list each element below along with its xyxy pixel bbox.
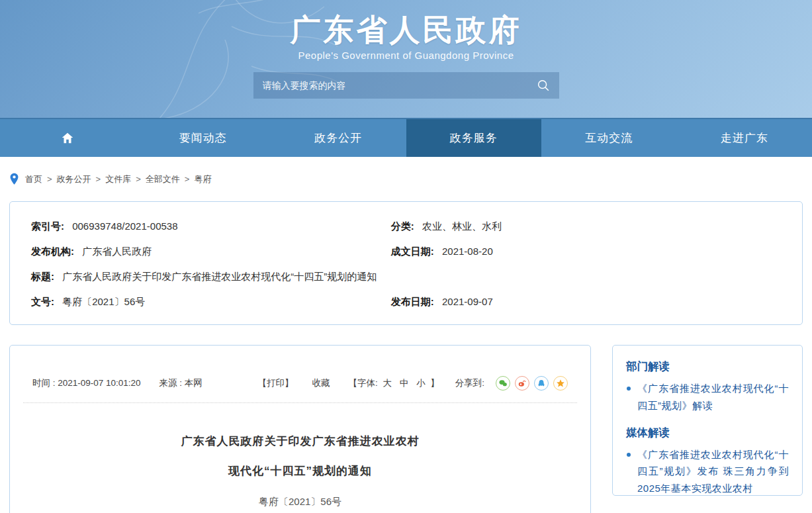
article-card: 时间 : 2021-09-07 10:01:20 来源 : 本网 【打印】 收藏… [9, 345, 591, 513]
search-input[interactable] [253, 72, 527, 99]
article-title-line-1: 广东省人民政府关于印发广东省推进农业农村 [10, 434, 590, 449]
share-group: 分享到: [455, 376, 568, 391]
search-bar [253, 72, 559, 99]
sidebar-section-media: 媒体解读 《广东省推进农业农村现代化“十四五”规划》发布 珠三角力争到2025年… [626, 426, 789, 496]
weibo-share-icon[interactable] [515, 376, 529, 391]
nav-item-label: 要闻动态 [179, 130, 227, 146]
meta-publish-date: 发布日期: 2021-09-07 [391, 296, 781, 308]
meta-value: 广东省人民政府 [82, 246, 152, 257]
font-size-control: 【字体: 大 中 小 】 [348, 377, 439, 389]
meta-row: 索引号: 006939748/2021-00538 分类: 农业、林业、水利 [31, 220, 781, 233]
interpretation-sidebar: 部门解读 《广东省推进农业农村现代化“十四五”规划》解读 媒体解读 《广东省推进… [612, 345, 803, 496]
main-nav: 要闻动态 政务公开 政务服务 互动交流 走进广东 [0, 118, 812, 157]
breadcrumb-item-disclosure[interactable]: 政务公开 [57, 173, 91, 185]
qq-share-icon[interactable] [534, 376, 549, 391]
breadcrumb-item-all-files[interactable]: 全部文件 [146, 173, 180, 185]
article-doc-number: 粤府〔2021〕56号 [10, 496, 590, 508]
breadcrumb-separator: > [136, 174, 141, 184]
meta-title: 标题: 广东省人民政府关于印发广东省推进农业农村现代化“十四五”规划的通知 [31, 271, 781, 283]
favorite-button[interactable]: 收藏 [312, 377, 330, 389]
nav-item-home[interactable] [0, 119, 136, 157]
nav-item-gov-disclosure[interactable]: 政务公开 [271, 119, 406, 157]
meta-value: 粤府〔2021〕56号 [62, 296, 145, 307]
print-button[interactable]: 【打印】 [257, 377, 293, 389]
meta-value: 2021-09-07 [442, 296, 493, 307]
search-button[interactable] [527, 72, 559, 99]
article-source: 来源 : 本网 [159, 377, 203, 389]
font-size-large-button[interactable]: 大 [383, 378, 392, 388]
nav-item-news[interactable]: 要闻动态 [136, 119, 271, 157]
sidebar-list: 《广东省推进农业农村现代化“十四五”规划》解读 [626, 380, 789, 414]
meta-value: 006939748/2021-00538 [72, 220, 177, 232]
article-time: 时间 : 2021-09-07 10:01:20 [32, 377, 141, 389]
sidebar-link-department-interpretation[interactable]: 《广东省推进农业农村现代化“十四五”规划》解读 [626, 380, 789, 414]
meta-row: 标题: 广东省人民政府关于印发广东省推进农业农村现代化“十四五”规划的通知 [31, 271, 781, 283]
breadcrumb-separator: > [185, 174, 190, 184]
meta-label: 索引号: [31, 220, 64, 232]
share-label: 分享到: [455, 377, 484, 389]
meta-row: 文号: 粤府〔2021〕56号 发布日期: 2021-09-07 [31, 296, 781, 308]
sidebar-section-title: 部门解读 [626, 359, 789, 374]
meta-issuing-agency: 发布机构: 广东省人民政府 [31, 246, 391, 258]
meta-label: 发布日期: [391, 296, 434, 307]
sidebar-section-title: 媒体解读 [626, 426, 789, 440]
breadcrumb-item-home[interactable]: 首页 [25, 173, 42, 185]
document-meta-card: 索引号: 006939748/2021-00538 分类: 农业、林业、水利 发… [9, 201, 803, 325]
nav-item-gov-services[interactable]: 政务服务 [406, 119, 542, 157]
meta-written-date: 成文日期: 2021-08-20 [391, 246, 781, 258]
divider [23, 402, 577, 403]
site-title: 广东省人民政府 [0, 13, 812, 47]
site-header: 广东省人民政府 People's Government of Guangdong… [0, 0, 812, 118]
breadcrumb: 首页 > 政务公开 > 文件库 > 全部文件 > 粤府 [0, 157, 812, 199]
meta-value: 广东省人民政府关于印发广东省推进农业农村现代化“十四五”规划的通知 [62, 271, 377, 282]
breadcrumb-item-file-library[interactable]: 文件库 [105, 173, 131, 185]
article-info-row: 时间 : 2021-09-07 10:01:20 来源 : 本网 【打印】 收藏… [32, 376, 568, 391]
meta-label: 发布机构: [31, 246, 74, 257]
meta-label: 分类: [391, 220, 414, 232]
meta-category: 分类: 农业、林业、水利 [391, 220, 781, 233]
font-size-medium-button[interactable]: 中 [400, 378, 409, 388]
content-row: 时间 : 2021-09-07 10:01:20 来源 : 本网 【打印】 收藏… [9, 345, 803, 513]
site-subtitle: People's Government of Guangdong Provinc… [0, 50, 812, 61]
sidebar-list: 《广东省推进农业农村现代化“十四五”规划》发布 珠三角力争到2025年基本实现农… [626, 446, 789, 496]
font-size-prefix: 【字体: [348, 378, 377, 388]
home-icon [60, 131, 75, 146]
meta-value: 2021-08-20 [442, 246, 493, 257]
meta-label: 标题: [31, 271, 54, 282]
meta-value: 农业、林业、水利 [422, 220, 502, 232]
sidebar-link-media-interpretation[interactable]: 《广东省推进农业农村现代化“十四五”规划》发布 珠三角力争到2025年基本实现农… [626, 446, 789, 496]
sidebar-section-department: 部门解读 《广东省推进农业农村现代化“十四五”规划》解读 [626, 359, 789, 414]
meta-index-number: 索引号: 006939748/2021-00538 [31, 220, 391, 233]
wechat-share-icon[interactable] [496, 376, 510, 391]
site-brand: 广东省人民政府 People's Government of Guangdong… [0, 0, 812, 61]
nav-item-label: 互动交流 [585, 130, 633, 146]
meta-label: 成文日期: [391, 246, 434, 257]
nav-item-about-guangdong[interactable]: 走进广东 [677, 119, 812, 157]
search-icon [536, 78, 551, 93]
meta-row: 发布机构: 广东省人民政府 成文日期: 2021-08-20 [31, 246, 781, 258]
nav-item-interaction[interactable]: 互动交流 [541, 119, 677, 157]
font-size-small-button[interactable]: 小 [416, 378, 426, 388]
breadcrumb-separator: > [96, 174, 101, 184]
qzone-share-icon[interactable] [553, 376, 568, 391]
font-size-suffix: 】 [430, 378, 439, 388]
nav-item-label: 政务服务 [450, 130, 498, 146]
article-title-line-2: 现代化“十四五”规划的通知 [10, 463, 590, 479]
meta-label: 文号: [31, 296, 54, 307]
breadcrumb-separator: > [47, 174, 52, 184]
nav-item-label: 走进广东 [721, 130, 768, 146]
breadcrumb-item-yuefu[interactable]: 粤府 [194, 173, 211, 185]
nav-item-label: 政务公开 [314, 130, 362, 146]
location-pin-icon [9, 173, 19, 185]
meta-doc-number: 文号: 粤府〔2021〕56号 [31, 296, 391, 308]
